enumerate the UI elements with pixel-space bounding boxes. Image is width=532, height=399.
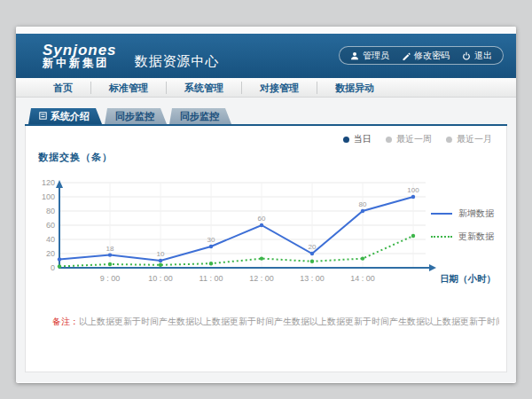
svg-text:30: 30	[207, 236, 215, 244]
legend-label: 新增数据	[458, 207, 494, 220]
user-label: 管理员	[363, 50, 389, 62]
brand-logo-cn: 新中新集团	[43, 58, 117, 69]
y-axis-label: 数据交换（条）	[38, 151, 113, 164]
user-toolbar: 管理员 修改密码 退出	[339, 46, 504, 65]
radio-dot-icon	[343, 137, 349, 143]
app-header: Synjones 新中新集团 数据资源中心 管理员 修改密码 退出	[16, 34, 516, 78]
legend-item-update-data[interactable]: 更新数据	[431, 231, 494, 243]
brand-logo-en: Synjones	[43, 43, 117, 59]
nav-item-system-mgmt[interactable]: 系统管理	[167, 82, 242, 94]
page-title: 数据资源中心	[135, 53, 220, 70]
footnote-prefix: 备注：	[52, 317, 79, 326]
footnote-text: 以上数据更新于时间产生数据以上数据更新于时间产生数据以上数据更新于时间产生数据以…	[79, 317, 499, 326]
dotted-line-icon	[431, 236, 452, 238]
time-range-filter: 当日 最近一周 最近一月	[343, 133, 492, 145]
svg-text:40: 40	[46, 235, 55, 244]
filter-label: 当日	[354, 133, 372, 145]
legend-label: 更新数据	[458, 231, 494, 243]
nav-item-interface-mgmt[interactable]: 对接管理	[242, 82, 317, 94]
window-chrome	[16, 27, 516, 34]
svg-text:60: 60	[258, 215, 266, 223]
content-area: 系统介绍 同步监控 同步监控 当日 最近一	[16, 98, 516, 382]
svg-text:13 : 00: 13 : 00	[300, 274, 325, 283]
tab-label: 系统介绍	[51, 108, 90, 124]
main-nav: 首页 标准管理 系统管理 对接管理 数据异动	[16, 78, 516, 98]
nav-item-standard-mgmt[interactable]: 标准管理	[91, 82, 167, 94]
filter-option-today[interactable]: 当日	[343, 133, 372, 145]
solid-line-icon	[431, 213, 452, 215]
filter-label: 最近一月	[457, 133, 492, 145]
series-legend: 新增数据 更新数据	[431, 207, 494, 243]
svg-text:20: 20	[309, 243, 317, 251]
tab-sync-monitor-2[interactable]: 同步监控	[169, 108, 231, 124]
svg-text:80: 80	[46, 207, 55, 215]
user-menu-button[interactable]: 管理员	[350, 50, 389, 62]
svg-text:100: 100	[407, 186, 419, 194]
tab-label: 同步监控	[180, 108, 219, 124]
tab-system-intro[interactable]: 系统介绍	[28, 108, 102, 124]
svg-text:60: 60	[46, 221, 55, 230]
svg-text:20: 20	[46, 249, 55, 258]
svg-text:10 : 00: 10 : 00	[148, 274, 173, 283]
change-password-button[interactable]: 修改密码	[402, 50, 450, 62]
svg-text:0: 0	[51, 263, 55, 272]
brand-logo: Synjones 新中新集团	[43, 43, 117, 70]
filter-option-last-month[interactable]: 最近一月	[446, 133, 492, 145]
tab-sync-monitor-1[interactable]: 同步监控	[105, 108, 167, 124]
nav-item-home[interactable]: 首页	[35, 82, 91, 94]
tab-label: 同步监控	[115, 108, 154, 124]
filter-label: 最近一周	[396, 133, 432, 145]
chart-panel: 当日 最近一周 最近一月 数据交换（条） 0204060801001209 : …	[25, 126, 507, 372]
svg-text:日期（小时）: 日期（小时）	[440, 273, 496, 285]
legend-item-new-data[interactable]: 新增数据	[431, 207, 494, 220]
tab-bar: 系统介绍 同步监控 同步监控	[28, 108, 234, 124]
logout-label: 退出	[474, 50, 492, 62]
svg-text:14 : 00: 14 : 00	[350, 274, 375, 283]
svg-text:10: 10	[157, 250, 165, 258]
svg-text:80: 80	[359, 200, 367, 208]
logout-button[interactable]: 退出	[462, 50, 492, 62]
svg-text:9 : 00: 9 : 00	[100, 274, 121, 283]
app-window: Synjones 新中新集团 数据资源中心 管理员 修改密码 退出	[16, 27, 516, 383]
footnote: 备注：以上数据更新于时间产生数据以上数据更新于时间产生数据以上数据更新于时间产生…	[52, 316, 499, 328]
svg-text:11 : 00: 11 : 00	[200, 274, 223, 283]
screen: Synjones 新中新集团 数据资源中心 管理员 修改密码 退出	[0, 0, 532, 399]
radio-dot-icon	[386, 137, 392, 143]
svg-text:18: 18	[106, 245, 114, 253]
change-password-label: 修改密码	[414, 50, 450, 62]
power-icon	[462, 51, 471, 60]
svg-text:120: 120	[42, 178, 55, 187]
edit-icon	[402, 51, 411, 60]
user-icon	[350, 51, 359, 60]
svg-text:12 : 00: 12 : 00	[249, 274, 274, 283]
form-icon	[39, 108, 47, 124]
radio-dot-icon	[446, 137, 452, 143]
svg-text:100: 100	[42, 192, 55, 201]
filter-option-last-week[interactable]: 最近一周	[386, 133, 432, 145]
nav-item-data-change[interactable]: 数据异动	[317, 82, 392, 94]
